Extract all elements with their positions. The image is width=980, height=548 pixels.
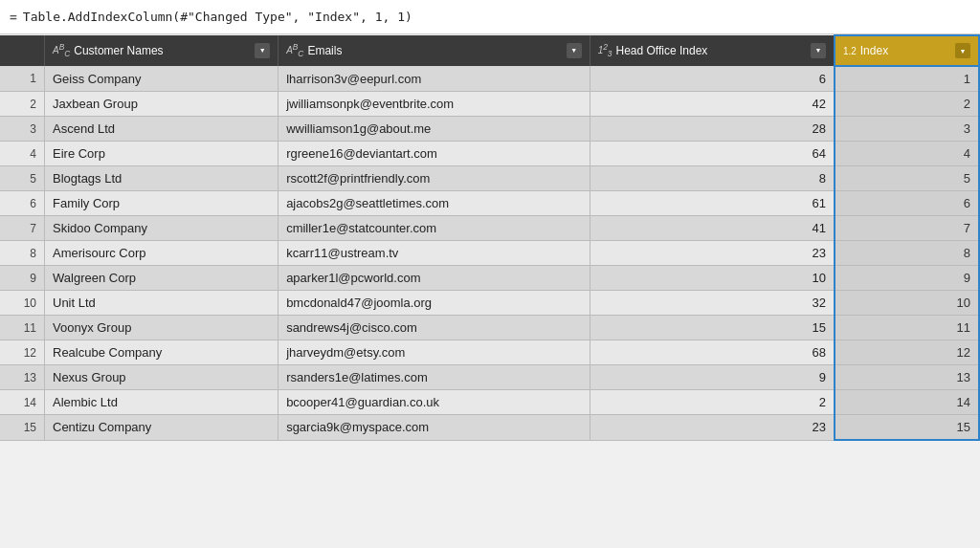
cell-email: jwilliamsonpk@eventbrite.com [278, 92, 590, 117]
name-col-dropdown[interactable] [255, 43, 270, 58]
cell-index: 15 [835, 415, 979, 441]
cell-rownum: 11 [0, 316, 45, 340]
table-row: 6Family Corpajacobs2g@seattletimes.com61… [0, 191, 979, 216]
cell-name: Ascend Ltd [45, 117, 278, 142]
cell-email: rsanders1e@latimes.com [278, 365, 590, 390]
cell-name: Realcube Company [45, 340, 278, 365]
formula-bar: = Table.AddIndexColumn(#"Changed Type", … [0, 0, 980, 34]
table-row: 8Amerisourc Corpkcarr11@ustream.tv238 [0, 241, 979, 266]
email-type-badge: ABC [286, 42, 303, 58]
table-row: 3Ascend Ltdwwilliamson1g@about.me283 [0, 117, 979, 142]
table-header-row: ABC Customer Names ABC Emails 123 [0, 35, 979, 66]
data-table: ABC Customer Names ABC Emails 123 [0, 34, 980, 441]
cell-headoffice: 8 [590, 166, 835, 191]
cell-name: Centizu Company [45, 415, 278, 441]
cell-rownum: 12 [0, 340, 45, 365]
table-row: 11Voonyx Groupsandrews4j@cisco.com1511 [0, 316, 979, 340]
cell-headoffice: 28 [590, 117, 835, 142]
cell-headoffice: 23 [590, 415, 835, 441]
col-header-rownum [0, 35, 45, 66]
cell-name: Jaxbean Group [45, 92, 278, 117]
table-container: ABC Customer Names ABC Emails 123 [0, 34, 980, 441]
cell-index: 4 [835, 142, 979, 166]
cell-name: Skidoo Company [45, 216, 278, 241]
cell-email: bmcdonald47@joomla.org [278, 291, 590, 316]
cell-rownum: 1 [0, 66, 45, 92]
formula-expression: Table.AddIndexColumn(#"Changed Type", "I… [23, 10, 412, 24]
cell-rownum: 4 [0, 142, 45, 166]
cell-rownum: 3 [0, 117, 45, 142]
col-header-email: ABC Emails [278, 35, 590, 66]
index-type-badge: 1.2 [843, 46, 857, 56]
cell-headoffice: 32 [590, 291, 835, 316]
cell-name: Unit Ltd [45, 291, 278, 316]
cell-index: 3 [835, 117, 979, 142]
cell-headoffice: 15 [590, 316, 835, 340]
cell-index: 12 [835, 340, 979, 365]
cell-rownum: 14 [0, 390, 45, 415]
cell-index: 10 [835, 291, 979, 316]
headoffice-col-dropdown[interactable] [811, 43, 826, 58]
headoffice-col-label: Head Office Index [615, 44, 707, 57]
cell-index: 6 [835, 191, 979, 216]
table-row: 15Centizu Companysgarcia9k@myspace.com23… [0, 415, 979, 441]
cell-index: 13 [835, 365, 979, 390]
table-row: 5Blogtags Ltdrscott2f@printfriendly.com8… [0, 166, 979, 191]
cell-rownum: 15 [0, 415, 45, 441]
table-row: 14Alembic Ltdbcooper41@guardian.co.uk214 [0, 390, 979, 415]
cell-headoffice: 23 [590, 241, 835, 266]
cell-rownum: 2 [0, 92, 45, 117]
email-col-label: Emails [307, 44, 342, 57]
cell-name: Geiss Company [45, 66, 278, 92]
name-type-badge: ABC [53, 42, 70, 58]
cell-email: lharrison3v@eepurl.com [278, 66, 590, 92]
col-header-name: ABC Customer Names [45, 35, 278, 66]
cell-name: Walgreen Corp [45, 266, 278, 291]
cell-rownum: 7 [0, 216, 45, 241]
cell-email: bcooper41@guardian.co.uk [278, 390, 590, 415]
cell-email: sgarcia9k@myspace.com [278, 415, 590, 441]
table-row: 10Unit Ltdbmcdonald47@joomla.org3210 [0, 291, 979, 316]
cell-index: 9 [835, 266, 979, 291]
table-row: 12Realcube Companyjharveydm@etsy.com6812 [0, 340, 979, 365]
cell-rownum: 10 [0, 291, 45, 316]
col-header-headoffice: 123 Head Office Index [590, 35, 835, 66]
cell-headoffice: 68 [590, 340, 835, 365]
table-row: 4Eire Corprgreene16@deviantart.com644 [0, 142, 979, 166]
cell-rownum: 9 [0, 266, 45, 291]
cell-index: 14 [835, 390, 979, 415]
cell-name: Alembic Ltd [45, 390, 278, 415]
cell-email: ajacobs2g@seattletimes.com [278, 191, 590, 216]
cell-index: 8 [835, 241, 979, 266]
cell-name: Eire Corp [45, 142, 278, 166]
name-col-label: Customer Names [74, 44, 163, 57]
table-row: 13Nexus Grouprsanders1e@latimes.com913 [0, 365, 979, 390]
table-row: 2Jaxbean Groupjwilliamsonpk@eventbrite.c… [0, 92, 979, 117]
cell-rownum: 13 [0, 365, 45, 390]
index-col-label: Index [860, 44, 888, 57]
cell-name: Amerisourc Corp [45, 241, 278, 266]
cell-index: 2 [835, 92, 979, 117]
cell-rownum: 6 [0, 191, 45, 216]
cell-index: 11 [835, 316, 979, 340]
cell-headoffice: 64 [590, 142, 835, 166]
cell-index: 5 [835, 166, 979, 191]
cell-index: 1 [835, 66, 979, 92]
equals-sign: = [10, 10, 17, 24]
cell-headoffice: 10 [590, 266, 835, 291]
cell-name: Family Corp [45, 191, 278, 216]
cell-email: rgreene16@deviantart.com [278, 142, 590, 166]
table-row: 9Walgreen Corpaparker1l@pcworld.com109 [0, 266, 979, 291]
cell-email: kcarr11@ustream.tv [278, 241, 590, 266]
cell-headoffice: 42 [590, 92, 835, 117]
cell-rownum: 5 [0, 166, 45, 191]
cell-headoffice: 61 [590, 191, 835, 216]
cell-email: cmiller1e@statcounter.com [278, 216, 590, 241]
email-col-dropdown[interactable] [567, 43, 582, 58]
headoffice-type-badge: 123 [598, 42, 612, 58]
table-row: 1Geiss Companylharrison3v@eepurl.com61 [0, 66, 979, 92]
cell-email: jharveydm@etsy.com [278, 340, 590, 365]
index-col-dropdown[interactable] [955, 43, 970, 58]
cell-name: Blogtags Ltd [45, 166, 278, 191]
table-row: 7Skidoo Companycmiller1e@statcounter.com… [0, 216, 979, 241]
